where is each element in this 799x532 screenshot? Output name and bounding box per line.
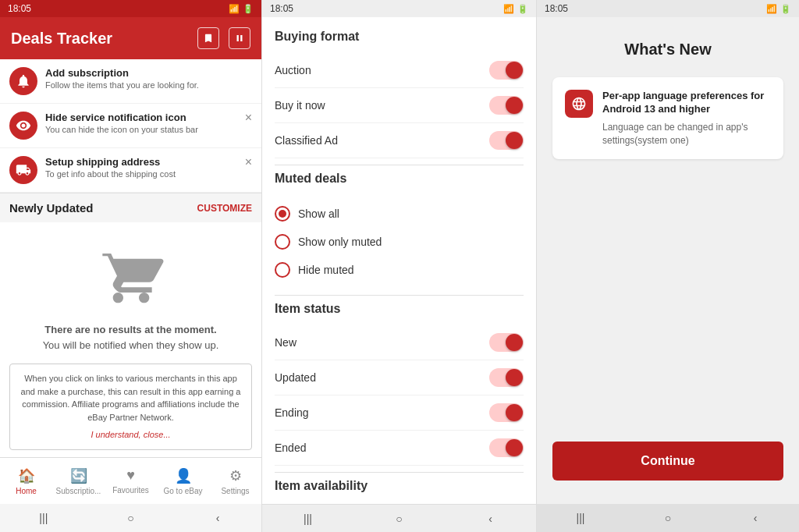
status-icons-2: 📶 🔋 [503,4,528,14]
affiliate-notice: When you click on links to various merch… [9,364,252,450]
ended-toggle[interactable] [489,438,524,457]
new-toggle[interactable] [489,333,524,352]
nav-favourites-label: Favourites [112,486,149,495]
classified-ad-label: Classified Ad [275,134,338,147]
bottom-nav: 🏠 Home 🔄 Subscriptio... ♥ Favourites 👤 G… [0,457,261,504]
feature-card: Per-app language preferences for Android… [552,77,783,159]
muted-deals-section: Muted deals Show all Show only muted Hid… [275,172,524,289]
show-all-muted-circle [275,206,290,222]
buy-it-now-toggle[interactable] [489,96,524,115]
feature-heading: Per-app language preferences for Android… [602,90,771,116]
hide-muted-radio[interactable]: Hide muted [275,256,524,284]
updated-toggle-row: Updated [275,360,524,395]
close-shipping-btn[interactable]: × [245,156,252,168]
ended-toggle-row: Ended [275,431,524,466]
android-back-btn-2[interactable]: ‹ [483,511,499,527]
status-bar-3: 18:05 📶 🔋 [537,0,799,17]
status-time-3: 18:05 [545,3,568,14]
shipping-icon [9,156,37,184]
show-only-muted-radio[interactable]: Show only muted [275,228,524,256]
home-icon: 🏠 [18,467,35,484]
panel-whats-new: 18:05 📶 🔋 What's New Per-app language pr… [536,0,799,532]
android-back-btn[interactable]: ‹ [210,510,225,526]
affiliate-close-link[interactable]: I understand, close... [20,428,242,442]
classified-ad-toggle[interactable] [489,131,524,150]
empty-state-text: There are no results at the moment. You … [27,322,235,353]
nav-settings-label: Settings [221,487,249,495]
android-menu-btn-3[interactable]: ||| [573,510,588,526]
nav-home-label: Home [16,487,37,495]
cart-icon-area [96,246,166,311]
android-back-btn-3[interactable]: ‹ [748,510,763,526]
notif-hide-title: Hide service notification icon [45,112,198,123]
app-header: Deals Tracker [0,17,261,59]
status-time-1: 18:05 [8,3,31,14]
subscriptions-icon: 🔄 [70,467,87,484]
bookmark-icon-btn[interactable] [197,27,219,49]
status-icons-3: 📶 🔋 [766,4,791,14]
globe-icon [571,96,587,112]
notif-shipping-text: Setup shipping address To get info about… [45,156,176,179]
pause-icon-btn[interactable] [229,27,250,49]
favourites-icon: ♥ [126,467,135,484]
show-all-muted-radio[interactable]: Show all [275,200,524,228]
header-icon-group [197,27,250,49]
customize-button[interactable]: CUSTOMIZE [197,203,252,214]
panel-deals-tracker: 18:05 📶 🔋 Deals Tracker Add subscription [0,0,261,532]
nav-home[interactable]: 🏠 Home [0,458,52,504]
android-nav-2: ||| ○ ‹ [262,504,536,532]
ebay-icon: 👤 [175,467,192,484]
divider-3 [275,472,524,473]
auction-toggle[interactable] [489,61,524,80]
newly-updated-bar: Newly Updated CUSTOMIZE [0,193,261,222]
buy-it-now-toggle-row: Buy it now [275,88,524,123]
settings-content: Buying format Auction Buy it now Classif… [262,17,536,504]
notif-hide-notification[interactable]: Hide service notification icon You can h… [0,104,261,148]
android-home-btn[interactable]: ○ [123,510,138,526]
affiliate-text: When you click on links to various merch… [21,374,241,422]
ending-label: Ending [275,406,309,419]
nav-favourites[interactable]: ♥ Favourites [105,458,157,504]
classified-ad-toggle-row: Classified Ad [275,123,524,158]
cart-icon [96,246,166,308]
ending-toggle[interactable] [489,403,524,422]
divider-1 [275,165,524,165]
muted-deals-radio-group: Show all Show only muted Hide muted [275,195,524,289]
empty-state-sub: You will be notified when they show up. [43,338,219,353]
add-subscription-icon [9,67,37,95]
status-bar-2: 18:05 📶 🔋 [262,0,536,17]
notif-add-subscription-subtitle: Follow the items that you are looking fo… [45,80,199,90]
nav-subscriptions-label: Subscriptio... [56,487,101,495]
status-icons-1: 📶 🔋 [229,4,254,14]
hide-muted-circle [275,262,290,278]
android-home-btn-3[interactable]: ○ [660,510,676,526]
show-only-muted-circle [275,234,290,250]
continue-button[interactable]: Continue [552,442,783,481]
nav-subscriptions[interactable]: 🔄 Subscriptio... [52,458,105,504]
nav-settings[interactable]: ⚙ Settings [209,458,261,504]
notif-add-subscription-text: Add subscription Follow the items that y… [45,67,199,90]
buying-format-section: Buying format Auction Buy it now Classif… [275,30,524,158]
notif-hide-subtitle: You can hide the icon on your status bar [45,125,198,134]
android-home-btn-2[interactable]: ○ [392,511,407,527]
divider-2 [275,295,524,296]
notifications-list: Add subscription Follow the items that y… [0,59,261,193]
panel-settings: 18:05 📶 🔋 Buying format Auction Buy it n… [261,0,536,532]
show-only-muted-label: Show only muted [298,236,382,248]
feature-text: Per-app language preferences for Android… [602,90,771,147]
nav-ebay-label: Go to eBay [163,487,202,495]
ended-label: Ended [275,442,306,454]
auction-label: Auction [275,64,311,76]
android-menu-btn-2[interactable]: ||| [300,511,316,527]
notif-add-subscription[interactable]: Add subscription Follow the items that y… [0,59,261,104]
updated-toggle[interactable] [489,368,524,387]
close-hide-notif-btn[interactable]: × [245,112,252,124]
notif-shipping[interactable]: Setup shipping address To get info about… [0,148,261,193]
android-menu-btn[interactable]: ||| [36,510,51,526]
item-availability-section: Item availability Show all Show availabl… [275,479,524,504]
buying-format-title: Buying format [275,30,524,44]
buy-it-now-label: Buy it now [275,99,325,112]
feature-description: Language can be changed in app's setting… [602,121,771,147]
nav-ebay[interactable]: 👤 Go to eBay [157,458,209,504]
status-bar-1: 18:05 📶 🔋 [0,0,261,17]
